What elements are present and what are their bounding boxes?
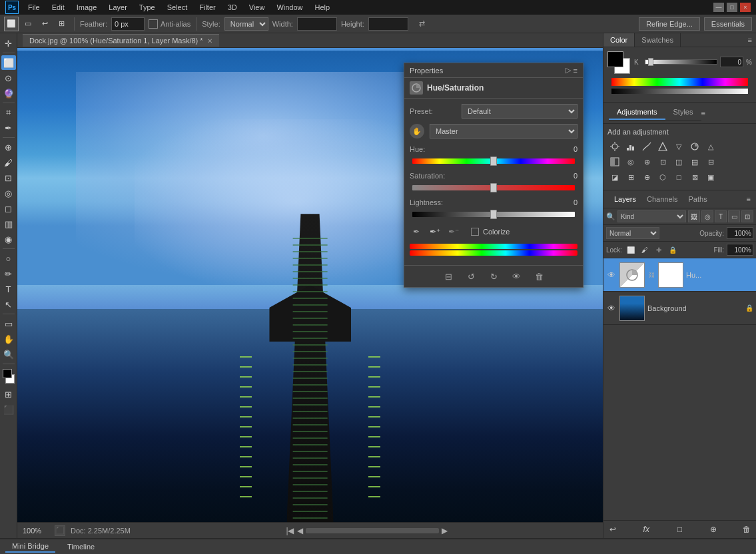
adj-selective-color[interactable]: ⊞ (623, 170, 638, 184)
properties-menu-icon[interactable]: ≡ (573, 67, 577, 75)
filter-type[interactable]: T (715, 210, 727, 222)
adj-vibrance[interactable]: ▽ (671, 140, 686, 153)
adjustments-menu-icon[interactable]: ≡ (701, 109, 705, 117)
tab-styles[interactable]: Styles (665, 105, 701, 120)
spectrum-gray-bar[interactable] (611, 89, 748, 94)
clip-to-layer-btn[interactable]: ⊟ (441, 269, 456, 284)
zoom-tool[interactable]: 🔍 (1, 347, 16, 362)
nav-start-btn[interactable]: |◀ (286, 526, 294, 535)
adj-gradient-map[interactable]: ◪ (607, 170, 622, 184)
lightness-slider-thumb[interactable] (490, 210, 497, 219)
adj-invert[interactable]: ◫ (671, 155, 686, 168)
adj-levels[interactable] (623, 140, 638, 153)
filter-smart[interactable]: ⊡ (741, 210, 753, 222)
adj-threshold[interactable]: ⊟ (703, 155, 718, 168)
nav-next-btn[interactable]: ▶ (442, 526, 448, 535)
hue-slider-thumb[interactable] (490, 156, 497, 166)
layer-eye-hue[interactable]: 👁 (606, 270, 617, 280)
hand-tool[interactable]: ✋ (1, 332, 16, 346)
tab-paths[interactable]: Paths (683, 193, 713, 205)
marquee-tool[interactable]: ⬜ (1, 55, 16, 70)
tab-adjustments[interactable]: Adjustments (609, 105, 665, 120)
menu-select[interactable]: Select (162, 2, 193, 13)
style-select[interactable]: Normal (224, 17, 268, 31)
status-icon[interactable]: ⬛ (55, 525, 65, 536)
layer-link-btn[interactable]: ↩ (606, 523, 619, 536)
properties-expand-icon[interactable]: ▷ (566, 66, 571, 75)
lock-transparency[interactable]: ⬜ (625, 244, 637, 256)
fg-color-swatch[interactable] (607, 51, 623, 67)
adj-brightness[interactable] (607, 140, 622, 153)
adj-gradient[interactable]: □ (671, 170, 686, 184)
width-input[interactable] (297, 17, 337, 31)
eyedropper-btn2[interactable]: ✒⁺ (428, 225, 442, 238)
adj-extra[interactable]: ▣ (703, 170, 718, 184)
adj-solid-color[interactable]: ⬡ (655, 170, 670, 184)
layer-eye-bg[interactable]: 👁 (606, 303, 617, 314)
preset-select[interactable]: Default (462, 104, 577, 119)
screen-mode-btn[interactable]: ⬛ (1, 402, 16, 417)
quick-select-tool[interactable]: 🔮 (1, 86, 16, 101)
lasso-tool[interactable]: ⊙ (1, 71, 16, 85)
selection-marquee-btn[interactable]: ⬜ (4, 17, 19, 31)
lock-image[interactable]: 🖌 (639, 244, 651, 256)
dodge-tool[interactable]: ○ (1, 251, 16, 266)
feather-input[interactable] (111, 17, 145, 31)
eraser-tool[interactable]: ◻ (1, 201, 16, 216)
tab-layers[interactable]: Layers (609, 193, 641, 205)
eyedropper-tool[interactable]: ✒ (1, 121, 16, 135)
nav-prev-btn[interactable]: ◀ (297, 526, 303, 535)
layer-delete-btn[interactable]: 🗑 (740, 523, 753, 536)
adj-pattern[interactable]: ⊕ (639, 170, 654, 184)
adj-hue-sat[interactable] (687, 140, 702, 153)
blend-mode-select[interactable]: Normal (606, 227, 659, 239)
saturation-slider-thumb[interactable] (490, 183, 497, 192)
color-panel-menu[interactable]: ≡ (744, 33, 756, 47)
gradient-tool[interactable]: ▥ (1, 216, 16, 231)
adj-channel-mixer[interactable]: ⊕ (639, 155, 654, 168)
colorize-checkbox[interactable] (471, 228, 479, 236)
clone-tool[interactable]: ⊡ (1, 170, 16, 185)
filter-adjustment[interactable]: ◎ (701, 210, 713, 222)
menu-filter[interactable]: Filter (194, 2, 220, 13)
menu-window[interactable]: Window (271, 2, 308, 13)
menu-file[interactable]: File (23, 2, 45, 13)
quick-mask-btn[interactable]: ⊞ (1, 387, 16, 402)
tab-timeline[interactable]: Timeline (61, 541, 101, 552)
adj-exposure[interactable] (655, 140, 670, 153)
k-value-input[interactable] (720, 57, 743, 67)
lock-all[interactable]: 🔒 (667, 244, 679, 256)
tab-mini-bridge[interactable]: Mini Bridge (5, 541, 55, 553)
adj-photo-filter[interactable]: ◎ (623, 155, 638, 168)
layer-fx-btn[interactable]: fx (639, 523, 653, 536)
swap-icon[interactable]: ⇄ (415, 17, 430, 31)
canvas-tab-item[interactable]: Dock.jpg @ 100% (Hue/Saturation 1, Layer… (23, 34, 219, 47)
channel-icon[interactable]: ✋ (410, 124, 424, 138)
menu-layer[interactable]: Layer (103, 2, 133, 13)
adj-posterize[interactable]: ▤ (687, 155, 702, 168)
layer-item-hue[interactable]: 👁 ⛓ Hu... (603, 258, 756, 292)
selection-opt4[interactable]: ⊞ (54, 17, 69, 31)
k-slider-thumb[interactable] (648, 58, 653, 66)
tab-swatches[interactable]: Swatches (635, 33, 681, 47)
prev-state-btn[interactable]: ↺ (464, 269, 478, 284)
menu-image[interactable]: Image (71, 2, 103, 13)
layer-item-bg[interactable]: 👁 Background 🔒 (603, 292, 756, 325)
canvas-tab-close[interactable]: ✕ (207, 37, 212, 45)
crop-tool[interactable]: ⌗ (1, 105, 16, 120)
adj-curves[interactable] (639, 140, 654, 153)
next-state-btn[interactable]: ↻ (486, 269, 501, 284)
menu-type[interactable]: Type (134, 2, 161, 13)
filter-shape[interactable]: ▭ (728, 210, 740, 222)
layer-kind-select[interactable]: Kind (617, 210, 686, 222)
filter-pixel[interactable]: 🖼 (688, 210, 700, 222)
rectangle-tool[interactable]: ▭ (1, 316, 16, 331)
adj-color-balance[interactable]: △ (703, 140, 718, 153)
eyedropper-btn1[interactable]: ✒ (410, 225, 423, 238)
selection-opt2[interactable]: ▭ (21, 17, 35, 31)
layer-mask-btn[interactable]: □ (673, 523, 687, 536)
spectrum-color-bar[interactable] (611, 78, 748, 86)
history-tool[interactable]: ◎ (1, 186, 16, 200)
adj-smart-object[interactable]: ⊠ (687, 170, 702, 184)
healing-tool[interactable]: ⊕ (1, 140, 16, 154)
